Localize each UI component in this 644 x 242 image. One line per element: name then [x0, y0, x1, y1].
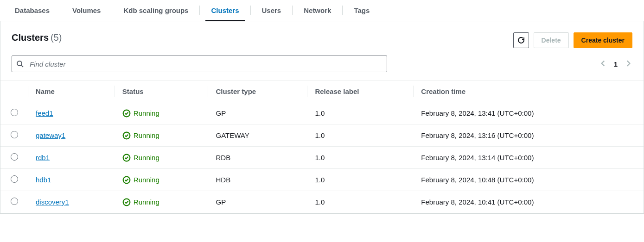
col-release[interactable]: Release label: [307, 81, 414, 102]
svg-point-0: [17, 61, 22, 66]
status-badge: Running: [122, 198, 201, 206]
cluster-name-link[interactable]: hdb1: [36, 176, 51, 184]
cell-name: rdb1: [28, 147, 115, 169]
cell-created: February 8, 2024, 13:41 (UTC+0:00): [414, 102, 644, 124]
cell-type: GP: [208, 191, 307, 213]
row-select-cell: [0, 147, 28, 169]
status-badge: Running: [122, 176, 201, 184]
search-input[interactable]: [12, 56, 387, 72]
tab-divider: [61, 6, 61, 15]
status-badge: Running: [122, 154, 201, 162]
row-select-cell: [0, 169, 28, 191]
prev-page-button[interactable]: [599, 59, 607, 69]
cell-release: 1.0: [307, 124, 414, 147]
tab-network[interactable]: Network: [304, 0, 331, 21]
panel-header: Clusters (5) Delete Create cluster: [0, 21, 644, 48]
tab-divider: [199, 6, 200, 15]
cluster-name-link[interactable]: discovery1: [36, 198, 69, 206]
refresh-icon: [517, 37, 525, 44]
cell-created: February 8, 2024, 10:41 (UTC+0:00): [414, 191, 644, 213]
cluster-name-link[interactable]: rdb1: [36, 154, 50, 161]
table-row: discovery1RunningGP1.0February 8, 2024, …: [0, 191, 644, 213]
row-select-radio[interactable]: [11, 175, 18, 183]
status-badge: Running: [122, 131, 201, 140]
table-row: hdb1RunningHDB1.0February 8, 2024, 10:48…: [0, 169, 644, 191]
col-status[interactable]: Status: [115, 81, 209, 102]
table-row: gateway1RunningGATEWAY1.0February 8, 202…: [0, 124, 644, 147]
cell-name: feed1: [28, 102, 115, 124]
tab-volumes[interactable]: Volumes: [72, 0, 101, 21]
check-circle-icon: [122, 154, 131, 162]
cell-release: 1.0: [307, 169, 414, 191]
tab-bar: DatabasesVolumesKdb scaling groupsCluste…: [0, 0, 644, 21]
cell-type: HDB: [208, 169, 307, 191]
tab-clusters[interactable]: Clusters: [211, 0, 239, 21]
cell-name: hdb1: [28, 169, 115, 191]
cell-created: February 8, 2024, 13:16 (UTC+0:00): [414, 124, 644, 147]
col-created[interactable]: Creation time: [414, 81, 644, 102]
tab-divider: [342, 6, 343, 15]
row-select-radio[interactable]: [11, 131, 18, 138]
panel-title: Clusters: [12, 32, 49, 43]
delete-button[interactable]: Delete: [534, 32, 569, 48]
search-icon: [16, 60, 24, 68]
table-header-row: Name Status Cluster type Release label C…: [0, 81, 644, 102]
clusters-table: Name Status Cluster type Release label C…: [0, 81, 644, 213]
row-select-radio[interactable]: [11, 198, 18, 205]
chevron-left-icon: [599, 59, 607, 68]
cell-status: Running: [115, 147, 209, 169]
status-text: Running: [134, 154, 159, 161]
row-select-cell: [0, 124, 28, 147]
create-cluster-button[interactable]: Create cluster: [574, 32, 632, 48]
clusters-panel: Clusters (5) Delete Create cluster: [0, 21, 644, 214]
cell-type: RDB: [208, 147, 307, 169]
tab-kdb-scaling-groups[interactable]: Kdb scaling groups: [123, 0, 188, 21]
table-row: rdb1RunningRDB1.0February 8, 2024, 13:14…: [0, 147, 644, 169]
search-wrap: [12, 56, 387, 72]
cluster-name-link[interactable]: gateway1: [36, 131, 65, 139]
row-select-cell: [0, 102, 28, 124]
pagination: 1: [599, 59, 632, 69]
cell-type: GATEWAY: [208, 124, 307, 147]
cell-created: February 8, 2024, 13:14 (UTC+0:00): [414, 147, 644, 169]
col-type[interactable]: Cluster type: [208, 81, 307, 102]
page-number: 1: [614, 60, 618, 68]
col-name[interactable]: Name: [28, 81, 115, 102]
panel-count: (5): [51, 32, 62, 43]
cell-status: Running: [115, 191, 209, 213]
status-text: Running: [134, 198, 159, 206]
tab-divider: [112, 6, 112, 15]
panel-actions: Delete Create cluster: [513, 32, 632, 48]
status-badge: Running: [122, 109, 201, 118]
next-page-button[interactable]: [624, 59, 632, 69]
panel-title-wrap: Clusters (5): [12, 32, 62, 43]
cell-name: discovery1: [28, 191, 115, 213]
row-select-cell: [0, 191, 28, 213]
cell-status: Running: [115, 124, 209, 147]
status-text: Running: [134, 109, 159, 117]
status-text: Running: [134, 176, 159, 184]
row-select-radio[interactable]: [11, 153, 18, 161]
status-text: Running: [134, 131, 159, 139]
cluster-name-link[interactable]: feed1: [36, 109, 53, 117]
cell-created: February 8, 2024, 10:48 (UTC+0:00): [414, 169, 644, 191]
tab-users[interactable]: Users: [262, 0, 281, 21]
table-row: feed1RunningGP1.0February 8, 2024, 13:41…: [0, 102, 644, 124]
tab-tags[interactable]: Tags: [354, 0, 370, 21]
chevron-right-icon: [624, 59, 632, 68]
cell-release: 1.0: [307, 147, 414, 169]
svg-line-1: [21, 65, 23, 67]
row-select-radio[interactable]: [11, 109, 18, 116]
cell-release: 1.0: [307, 102, 414, 124]
cell-status: Running: [115, 102, 209, 124]
cell-type: GP: [208, 102, 307, 124]
cell-name: gateway1: [28, 124, 115, 147]
cell-release: 1.0: [307, 191, 414, 213]
check-circle-icon: [122, 109, 131, 118]
check-circle-icon: [122, 198, 131, 206]
cell-status: Running: [115, 169, 209, 191]
refresh-button[interactable]: [513, 32, 529, 48]
tab-databases[interactable]: Databases: [15, 0, 50, 21]
check-circle-icon: [122, 131, 131, 140]
filter-row: 1: [0, 48, 644, 81]
